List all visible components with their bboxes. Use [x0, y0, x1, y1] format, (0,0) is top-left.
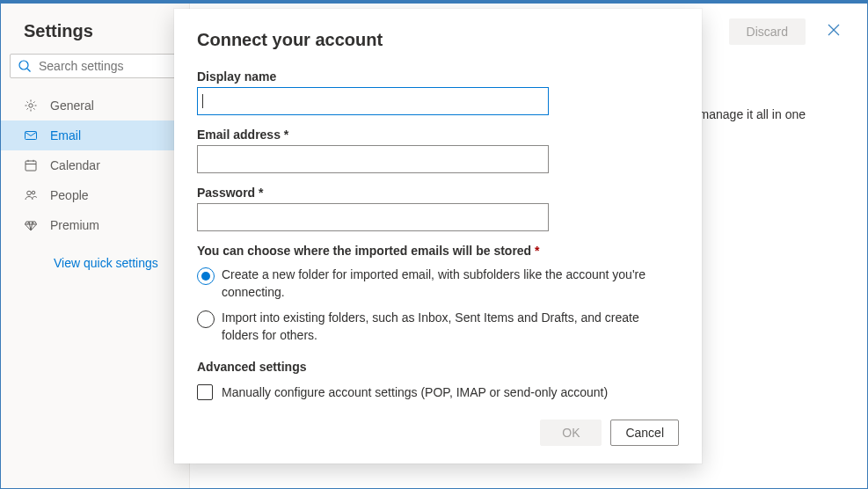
nav-item-people[interactable]: People [1, 180, 189, 210]
ok-button[interactable]: OK [540, 420, 602, 446]
view-quick-settings-link[interactable]: View quick settings [1, 240, 189, 270]
radio-unselected-icon [197, 310, 215, 328]
nav-item-calendar[interactable]: Calendar [1, 150, 189, 180]
close-icon[interactable] [821, 18, 846, 45]
radio-existing-label: Import into existing folders, such as In… [222, 310, 679, 344]
mail-icon [24, 128, 38, 142]
nav-label: Premium [50, 218, 99, 232]
svg-line-1 [27, 69, 31, 72]
cancel-button[interactable]: Cancel [610, 420, 679, 446]
email-address-input[interactable] [197, 145, 549, 173]
dialog-title: Connect your account [197, 30, 679, 50]
nav-item-general[interactable]: General [1, 91, 189, 120]
email-address-label: Email address * [197, 128, 679, 142]
search-settings-box[interactable] [10, 54, 180, 78]
checkbox-unchecked-icon [197, 384, 213, 400]
manual-config-row[interactable]: Manually configure account settings (POP… [197, 384, 679, 400]
svg-point-11 [27, 191, 32, 195]
display-name-input[interactable] [197, 87, 549, 115]
search-icon [18, 59, 32, 73]
manual-config-label: Manually configure account settings (POP… [222, 385, 608, 399]
nav-label: People [50, 188, 89, 202]
radio-new-folder-label: Create a new folder for imported email, … [222, 266, 679, 301]
gear-icon [24, 99, 38, 113]
svg-point-2 [29, 104, 33, 107]
advanced-settings-heading: Advanced settings [197, 360, 679, 374]
radio-existing-folders[interactable]: Import into existing folders, such as In… [197, 310, 679, 344]
nav-label: Email [50, 128, 81, 142]
diamond-icon [24, 218, 38, 232]
nav-item-email[interactable]: Email [1, 120, 189, 150]
settings-sidebar: Settings General Email Calendar Peop [1, 4, 190, 488]
connect-account-dialog: Connect your account Display name Email … [174, 9, 702, 463]
nav-label: General [50, 99, 94, 113]
svg-point-0 [19, 61, 28, 69]
svg-rect-4 [26, 161, 36, 171]
settings-title: Settings [1, 21, 189, 54]
nav-item-premium[interactable]: Premium [1, 210, 189, 240]
discard-button[interactable]: Discard [729, 18, 806, 45]
radio-selected-icon [197, 267, 215, 285]
password-label: Password * [197, 186, 679, 200]
svg-point-12 [32, 191, 35, 194]
people-icon [24, 188, 38, 202]
radio-new-folder[interactable]: Create a new folder for imported email, … [197, 266, 679, 301]
storage-group-label: You can choose where the imported emails… [197, 244, 679, 258]
password-input[interactable] [197, 203, 549, 231]
display-name-label: Display name [197, 69, 679, 84]
nav-label: Calendar [50, 158, 100, 172]
calendar-icon [24, 158, 38, 172]
search-settings-input[interactable] [39, 59, 193, 73]
